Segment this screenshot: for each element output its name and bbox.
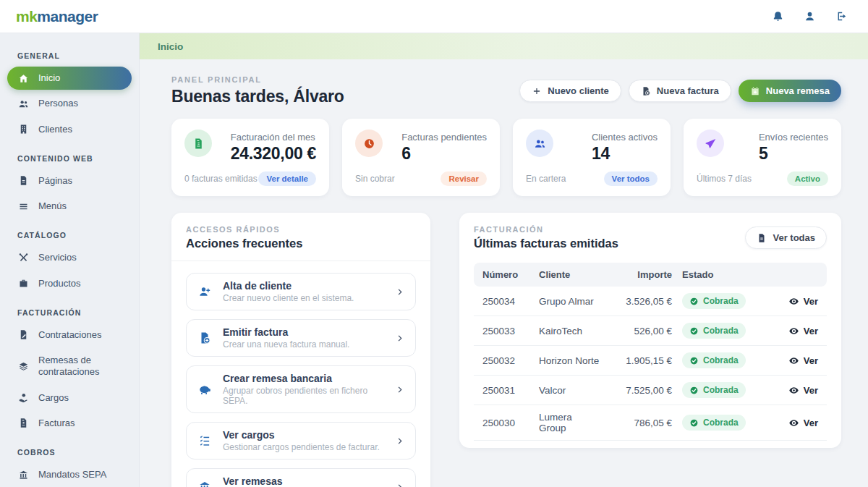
table-row: 250032 Horizon Norte 1.905,15 € Cobrada … [474,346,827,376]
sidebar-section-contenido-web: Contenido web [0,143,139,167]
sidebar-item-clientes[interactable]: Clientes [7,118,132,141]
file-invoice-icon [184,130,212,157]
invoice-amount: 3.526,05 € [601,296,682,307]
quick-action-title: Crear remesa bancaria [223,373,386,384]
sidebar-item-label: Cargos [38,392,69,404]
quick-actions-kicker: Accesos rápidos [186,225,416,234]
layers-icon [17,361,29,372]
page-content: Panel principal Buenas tardes, Álvaro Nu… [140,59,868,487]
chevron-right-icon [396,287,405,297]
sidebar-item-inicio[interactable]: Inicio [7,67,132,90]
list-check-icon [197,434,213,447]
sidebar-item-cargos[interactable]: Cargos [7,386,132,410]
quick-action-desc: Agrupar cobros pendientes en fichero SEP… [223,386,386,406]
sidebar-item-label: Clientes [38,124,72,135]
eye-icon [788,418,799,428]
invoice-number: 250031 [482,385,539,396]
chevron-right-icon [396,334,405,343]
menu-icon [17,201,29,212]
check-circle-icon [689,326,699,336]
status-badge: Cobrada [682,293,746,309]
stat-card-clientes-activos: Clientes activos 14 En cartera Ver todos [513,119,671,196]
stat-footnote: Sin cobrar [355,174,395,184]
sidebar-item-personas[interactable]: Personas [7,92,132,115]
view-invoice-button[interactable]: Ver [775,355,818,366]
check-circle-icon [689,418,699,428]
table-row: 250031 Valcor 7.525,00 € Cobrada Ver [474,376,827,405]
view-invoice-button[interactable]: Ver [775,296,818,307]
sidebar-item-paginas[interactable]: Páginas [7,169,132,192]
eye-icon [788,355,799,366]
invoices-title: Últimas facturas emitidas [474,237,618,250]
user-icon[interactable] [804,10,816,22]
chevron-right-icon [396,483,405,487]
paper-plane-icon [697,130,724,157]
view-all-invoices-button[interactable]: Ver todas [745,226,827,249]
new-remittance-button[interactable]: Nueva remesa [739,80,841,102]
new-invoice-button[interactable]: Nueva factura [629,80,731,102]
col-numero: Número [482,269,539,280]
col-cliente: Cliente [539,269,601,280]
sidebar-item-mandatos-sepa[interactable]: Mandatos SEPA [7,463,132,486]
sidebar-item-label: Contrataciones [38,329,101,341]
bell-icon[interactable] [772,10,784,22]
invoices-card: Facturación Últimas facturas emitidas Ve… [459,213,841,448]
quick-action-desc: Crear nuevo cliente en el sistema. [223,293,386,303]
sidebar-item-facturas[interactable]: Facturas [7,412,132,435]
sidebar-item-contrataciones[interactable]: Contrataciones [7,323,132,347]
page-kicker: Panel principal [171,75,344,84]
invoice-client: Lumera Group [539,412,601,433]
button-label: Ver todas [773,232,815,243]
revisar-badge[interactable]: Revisar [441,171,487,186]
topbar-actions [772,10,848,22]
status-badge: Cobrada [682,352,746,368]
view-invoice-button[interactable]: Ver [775,326,818,336]
sign-out-icon[interactable] [835,10,848,22]
sidebar-item-productos[interactable]: Productos [7,272,132,295]
sidebar-item-menus[interactable]: Menús [7,195,132,218]
view-invoice-button[interactable]: Ver [775,385,818,396]
stat-label: Facturas pendientes [401,130,487,143]
sidebar-section-general: General [0,41,139,64]
stat-value: 14 [592,144,658,164]
sidebar-item-servicios[interactable]: Servicios [7,246,132,269]
sidebar: General Inicio Personas Clientes Conteni… [0,33,140,487]
hand-coin-icon [17,392,29,403]
sidebar-item-remesas-contrataciones[interactable]: Remesas de contrataciones [7,349,132,384]
col-estado: Estado [682,269,775,280]
bank-icon [17,470,29,480]
file-plus-icon [197,331,213,344]
quick-action-ver-cargos[interactable]: Ver cargos Gestionar cargos pendientes d… [186,422,416,460]
invoice-client: Grupo Almar [539,296,601,307]
quick-action-crear-remesa[interactable]: Crear remesa bancaria Agrupar cobros pen… [186,365,416,413]
button-label: Nueva factura [657,85,719,96]
stat-label: Clientes activos [592,130,658,143]
ver-detalle-badge[interactable]: Ver detalle [258,171,316,186]
sidebar-item-label: Servicios [38,252,77,263]
piggy-bank-icon [197,383,213,396]
quick-action-alta-cliente[interactable]: Alta de cliente Crear nuevo cliente en e… [186,273,416,310]
view-invoice-button[interactable]: Ver [775,418,818,428]
breadcrumb: Inicio [140,33,868,59]
invoice-number: 250034 [482,296,539,307]
invoice-number: 250032 [482,355,539,366]
quick-action-title: Alta de cliente [223,280,386,292]
new-client-button[interactable]: Nuevo cliente [519,80,621,102]
quick-action-emitir-factura[interactable]: Emitir factura Crear una nueva factura m… [186,319,416,357]
quick-actions-card: Accesos rápidos Acciones frecuentes Alta… [171,213,430,487]
button-label: Nuevo cliente [548,85,609,96]
quick-action-ver-remesas[interactable]: Ver remesas Consultar remesas bancarias … [186,468,416,487]
breadcrumb-item-inicio[interactable]: Inicio [158,41,183,52]
stat-value: 5 [759,144,828,164]
eye-icon [788,296,799,307]
ver-todos-badge[interactable]: Ver todos [604,171,658,186]
invoice-amount: 526,00 € [601,326,682,336]
building-icon [17,124,29,135]
invoice-amount: 786,05 € [601,418,682,428]
invoice-amount: 7.525,00 € [601,385,682,396]
button-label: Nueva remesa [766,85,830,96]
eye-icon [788,326,799,336]
sidebar-section-facturacion: Facturación [0,297,139,321]
logo-rest: manager [37,8,98,25]
app-logo[interactable]: mkmanager [16,8,98,25]
